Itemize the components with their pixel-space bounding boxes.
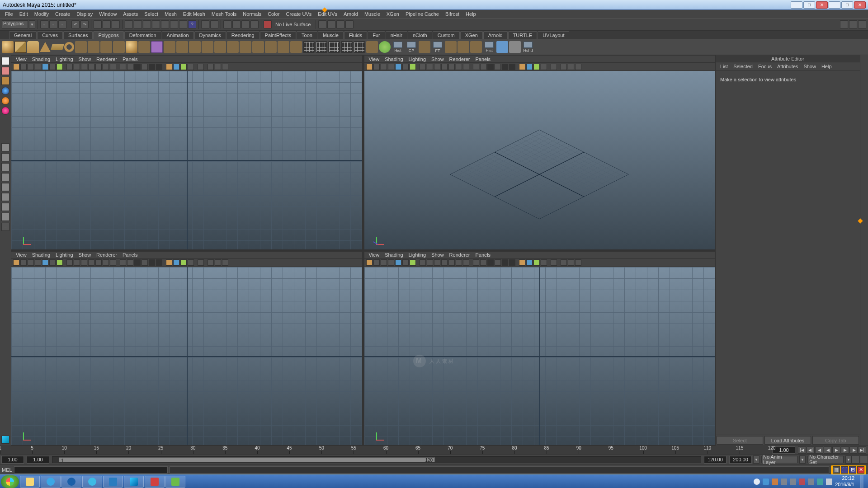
taskbar-app-3[interactable]: [103, 476, 123, 488]
vp-tool-icon[interactable]: [502, 259, 508, 266]
scale-tool-icon[interactable]: [1, 107, 9, 115]
vp-tool-icon[interactable]: [495, 259, 501, 266]
restore-button[interactable]: □: [803, 1, 815, 9]
vp-tool-icon[interactable]: [166, 259, 172, 266]
menu-create-uvs[interactable]: Create UVs: [283, 11, 315, 17]
vp-tool-icon[interactable]: [35, 64, 41, 70]
char-set-dropdown[interactable]: No Character Set: [807, 456, 844, 463]
vp-tool-icon[interactable]: [66, 259, 73, 266]
vp-tool-icon[interactable]: [533, 259, 540, 266]
vp-tool-icon[interactable]: [388, 259, 394, 266]
aux-restore-button[interactable]: □: [841, 1, 853, 9]
render-icon[interactable]: [201, 20, 209, 28]
shelf-tab-xgen[interactable]: XGen: [460, 31, 483, 39]
vp-menu-shading[interactable]: Shading: [29, 56, 53, 62]
shelf-tab-fluids[interactable]: Fluids: [344, 31, 367, 39]
vp-tool-icon[interactable]: [20, 259, 27, 266]
current-frame-field[interactable]: [773, 446, 795, 454]
vp-tool-icon[interactable]: [509, 64, 515, 70]
vp-tool-icon[interactable]: [134, 64, 141, 70]
menu-bifrost[interactable]: Bifrost: [442, 11, 462, 17]
ae-copy-button[interactable]: Copy Tab: [812, 436, 859, 445]
vp-tool-icon[interactable]: [95, 259, 102, 266]
shelf-tab-rendering[interactable]: Rendering: [226, 31, 259, 39]
minimize-button[interactable]: _: [791, 1, 802, 9]
vp-tool-icon[interactable]: [142, 64, 148, 70]
mode-selector[interactable]: Polygons: [2, 20, 28, 28]
step-forward-key-button[interactable]: |▶: [849, 446, 858, 454]
layout-icon[interactable]: ⊞: [849, 466, 856, 474]
hshd-button[interactable]: Hshd: [522, 41, 534, 53]
vp-menu-lighting[interactable]: Lighting: [406, 56, 429, 62]
vp-tool-icon[interactable]: [533, 64, 540, 70]
vp-tool-icon[interactable]: [156, 259, 162, 266]
vp-tool-icon[interactable]: [410, 259, 416, 266]
sidebar-toggle-a-icon[interactable]: [840, 20, 848, 28]
snap-point-icon[interactable]: [143, 20, 151, 28]
poly-plane-icon[interactable]: [51, 44, 64, 50]
ptex-4-icon[interactable]: [341, 41, 353, 53]
vp-tool-icon[interactable]: [561, 64, 567, 70]
vp-tool-icon[interactable]: [57, 259, 63, 266]
vp-tool-icon[interactable]: [149, 259, 155, 266]
vp-tool-icon[interactable]: [20, 64, 27, 70]
vp-tool-icon[interactable]: [215, 64, 221, 70]
go-to-start-button[interactable]: |◀: [798, 446, 806, 454]
ae-select-button[interactable]: Select: [717, 436, 763, 445]
vp-tool-icon[interactable]: [188, 259, 194, 266]
live-surface-icon[interactable]: [264, 20, 272, 28]
vp-tool-icon[interactable]: [66, 64, 73, 70]
shelf-tab-fur[interactable]: Fur: [368, 31, 385, 39]
vp-menu-lighting[interactable]: Lighting: [406, 252, 429, 258]
close-help-icon[interactable]: ✕: [857, 466, 864, 474]
sculpt-target-icon[interactable]: [379, 41, 391, 53]
help-icon[interactable]: ?: [188, 20, 196, 28]
poly-cube-icon[interactable]: [14, 41, 26, 53]
tray-app-icon[interactable]: [790, 479, 796, 485]
viewport-side[interactable]: View Shading Lighting Show Renderer Pane…: [364, 251, 716, 446]
select-by-hierarchy-icon[interactable]: [94, 20, 102, 28]
vp-tool-icon[interactable]: [28, 64, 34, 70]
paint-select-tool-icon[interactable]: [1, 77, 9, 85]
vp-menu-panels[interactable]: Panels: [472, 252, 493, 258]
show-desktop-button[interactable]: [860, 475, 863, 488]
toggle-c-icon[interactable]: [336, 20, 344, 28]
menu-file[interactable]: File: [2, 11, 16, 17]
vp-tool-icon[interactable]: [575, 64, 581, 70]
range-outer-start-field[interactable]: [1, 456, 24, 464]
vp-tool-icon[interactable]: [551, 259, 557, 266]
construction-history-icon[interactable]: [223, 20, 231, 28]
ptex-1-icon[interactable]: [303, 41, 315, 53]
viewport-front[interactable]: View Shading Lighting Show Renderer Pane…: [11, 251, 363, 446]
extract-icon[interactable]: [189, 41, 201, 53]
taskbar-app-explorer[interactable]: [20, 476, 40, 488]
step-back-button[interactable]: ◀: [815, 446, 823, 454]
snap-view-icon[interactable]: [170, 20, 178, 28]
vp-tool-icon[interactable]: [373, 259, 380, 266]
vp-tool-icon[interactable]: [208, 64, 214, 70]
shelf-tab-animation[interactable]: Animation: [162, 31, 194, 39]
shelf-tab-curves[interactable]: Curves: [37, 31, 63, 39]
shelf-tab-uvlayout[interactable]: UVLayout: [538, 31, 569, 39]
ptex-2-icon[interactable]: [316, 41, 327, 53]
vp-menu-panels[interactable]: Panels: [120, 252, 141, 258]
shelf-tab-polygons[interactable]: Polygons: [93, 31, 123, 39]
reduce-icon[interactable]: [458, 41, 469, 53]
vp-tool-icon[interactable]: [487, 64, 494, 70]
range-track[interactable]: 1 120: [52, 456, 701, 463]
poly-helix-icon[interactable]: [113, 41, 125, 53]
layout-two-v-icon[interactable]: [1, 173, 9, 181]
aux-minimize-button[interactable]: _: [829, 1, 840, 9]
input-op-icon[interactable]: [232, 20, 241, 28]
layout-persp-three-icon[interactable]: [1, 203, 9, 211]
start-button[interactable]: [1, 475, 19, 488]
vp-tool-icon[interactable]: [519, 259, 525, 266]
shelf-tab-arnold[interactable]: Arnold: [483, 31, 508, 39]
shelf-tab-toon[interactable]: Toon: [297, 31, 317, 39]
ipr-render-icon[interactable]: [210, 20, 218, 28]
vp-tool-icon[interactable]: [373, 64, 380, 70]
ae-menu-selected[interactable]: Selected: [731, 64, 755, 69]
vp-tool-icon[interactable]: [473, 259, 479, 266]
expand-icon[interactable]: ⛶: [841, 466, 848, 474]
menu-display[interactable]: Display: [73, 11, 96, 17]
